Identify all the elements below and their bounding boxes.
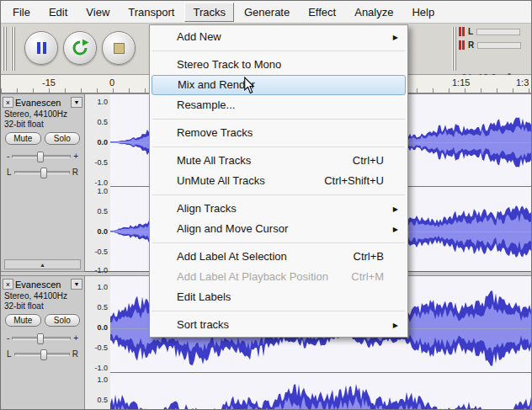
menu-transport[interactable]: Transport [120,3,183,22]
pan-slider[interactable] [14,171,70,174]
pan-left-label: L [7,349,12,359]
meter-right-label: R [468,40,474,50]
pan-left-label: L [7,168,12,177]
menu-item-align-and-move-cursor[interactable]: Align and Move Cursor ▶ [152,219,406,239]
menu-item-add-label-at-selection[interactable]: Add Label At Selection Ctrl+B [152,247,406,267]
submenu-arrow-icon: ▶ [393,220,398,240]
menu-item-add-label-at-playback: Add Label At Playback Position Ctrl+M [152,267,406,287]
menu-separator [152,146,405,147]
audacity-window: File Edit View Transport Tracks Generate… [0,0,532,410]
menu-item-sort-tracks[interactable]: Sort tracks ▶ [152,315,406,335]
menu-item-add-new[interactable]: Add New ▶ [152,27,406,47]
scale-label: 0.0 [97,227,108,236]
vertical-scale-ruler[interactable]: 1.0 0.5 0.0 -0.5 -1.0 1.0 0.5 [85,275,110,410]
meter-clip-bar [462,40,465,50]
menu-item-mix-and-render[interactable]: Mix and Render [152,75,406,95]
track-name[interactable]: Evanescen [13,280,71,290]
tracks-menu-popup: Add New ▶ Stereo Track to Mono Mix and R… [149,24,408,338]
gain-slider-thumb[interactable] [37,333,44,344]
gain-slider[interactable] [12,337,71,340]
track-bit-depth: 32-bit float [4,301,84,311]
pan-slider-thumb[interactable] [40,168,47,178]
shortcut-label: Ctrl+B [354,247,384,267]
menu-item-mute-all[interactable]: Mute All Tracks Ctrl+U [152,151,406,171]
collapse-button[interactable]: ▲ [4,259,81,269]
scale-label: 1.0 [97,283,108,291]
track-close-button[interactable]: × [3,97,13,108]
scale-label: 0.0 [97,323,108,332]
track-bit-depth: 32-bit float [4,120,84,129]
gain-minus-label: - [7,333,9,343]
menu-item-resample[interactable]: Resample... [152,95,406,115]
mute-button[interactable]: Mute [5,314,41,327]
menu-file[interactable]: File [4,3,39,22]
track-close-button[interactable]: × [3,279,13,290]
gain-slider-thumb[interactable] [37,152,44,162]
scale-label: -1.0 [94,178,108,187]
pan-slider-thumb[interactable] [40,349,47,360]
menu-item-align-tracks[interactable]: Align Tracks ▶ [152,199,406,219]
timeline-label: -15 [42,77,56,88]
gain-minus-label: - [7,152,9,161]
pause-button[interactable] [24,31,58,65]
menu-item-unmute-all[interactable]: UnMute All Tracks Ctrl+Shift+U [152,171,406,191]
track-header: × Evanescen ▼ [3,278,82,290]
submenu-arrow-icon: ▶ [393,316,398,336]
scale-label: 0.5 [97,303,108,311]
meter-right-track [477,42,521,49]
menu-tracks[interactable]: Tracks [184,3,234,22]
solo-button[interactable]: Solo [45,314,81,327]
scale-label: 0.0 [97,138,108,146]
timeline-label: 1:3 [516,77,529,88]
gain-plus-label: + [73,152,78,161]
meter-left: L [459,26,520,37]
menu-item-remove-tracks[interactable]: Remove Tracks [152,123,406,143]
scale-label: -1.0 [94,266,108,274]
track-header: × Evanescen ▼ [3,96,82,109]
menu-item-stereo-to-mono[interactable]: Stereo Track to Mono [152,55,406,75]
menu-generate[interactable]: Generate [236,3,298,22]
track-format: Stereo, 44100Hz [4,109,84,119]
menu-edit[interactable]: Edit [40,3,76,22]
track-menu-button[interactable]: ▼ [71,279,82,290]
meter-left-track [476,29,520,35]
track-control-panel: × Evanescen ▼ Stereo, 44100Hz 32-bit flo… [1,275,85,410]
shortcut-label: Ctrl+Shift+U [324,171,384,191]
menu-separator [152,119,405,120]
solo-button[interactable]: Solo [45,132,81,145]
scale-label: -0.5 [94,343,108,352]
menu-effect[interactable]: Effect [300,3,344,22]
pan-right-label: R [72,168,78,177]
menu-separator [152,51,405,51]
loop-icon [71,39,89,57]
track-name[interactable]: Evanescen [13,98,71,108]
scale-label: -1.0 [94,364,108,372]
toolbar-grip[interactable] [11,27,16,71]
meter-clip-bar [459,40,461,50]
loop-play-button[interactable] [63,31,97,65]
shortcut-label: Ctrl+M [351,267,384,287]
meter-clip-bar [459,27,461,36]
stop-button[interactable] [102,31,136,65]
track-format: Stereo, 44100Hz [4,291,84,301]
vertical-scale-ruler[interactable]: 1.0 0.5 0.0 -0.5 -1.0 1.0 0.5 0.0 -0.5 -… [85,93,110,272]
pan-right-label: R [72,349,78,359]
gain-slider[interactable] [12,155,71,158]
track-menu-button[interactable]: ▼ [71,97,82,108]
scale-label: 1.0 [97,187,108,195]
waveform-right-channel [110,379,532,410]
scale-label: 0.5 [97,396,108,404]
menu-view[interactable]: View [77,3,118,22]
mute-button[interactable]: Mute [5,132,41,145]
meter-right: R [459,40,521,51]
menu-help[interactable]: Help [403,3,443,22]
pan-slider[interactable] [14,353,70,356]
menu-item-edit-labels[interactable]: Edit Labels [152,287,406,307]
toolbar-grip[interactable] [452,27,457,71]
scale-label: 1.0 [97,375,108,384]
timeline-label: 0 [109,77,114,88]
menu-analyze[interactable]: Analyze [346,3,402,22]
meter-clip-bar [462,27,465,36]
menu-separator [152,242,405,243]
toolbar-grip[interactable] [3,27,8,71]
